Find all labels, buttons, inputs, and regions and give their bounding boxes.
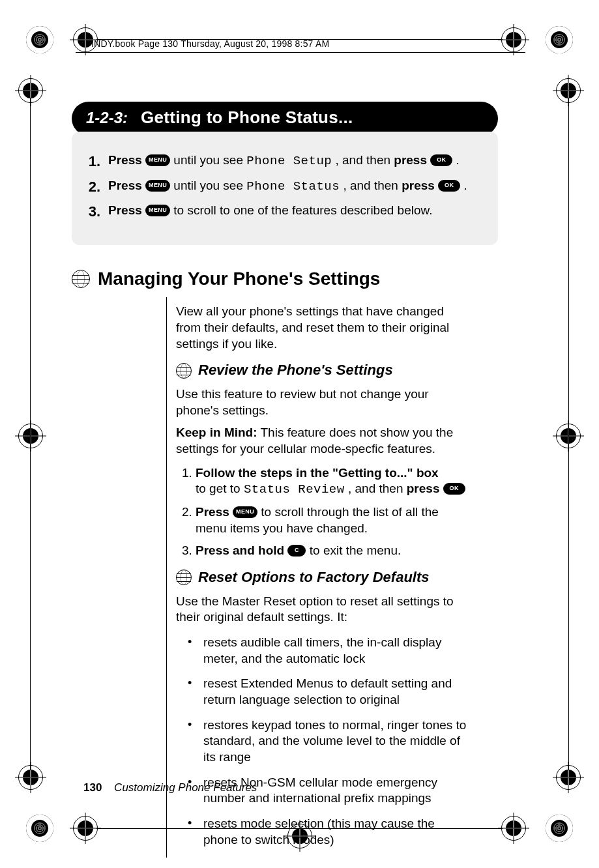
vertical-rule xyxy=(166,297,167,857)
steps-box: 1. Press MENU until you see Phone Setup … xyxy=(72,132,498,245)
menu-key-icon: MENU xyxy=(233,506,257,518)
getting-to-banner: 1-2-3: Getting to Phone Status... xyxy=(72,102,498,136)
step-number: 2. xyxy=(83,178,100,197)
bullet-item: resest Extended Menus to default setting… xyxy=(188,676,469,708)
crop-line xyxy=(30,98,31,770)
step-label: Press and hold xyxy=(196,543,287,557)
step-number: 3. xyxy=(83,203,100,222)
print-ornament xyxy=(546,26,573,53)
step-text: to get to xyxy=(196,482,244,495)
intro-paragraph: View all your phone's settings that have… xyxy=(176,304,469,352)
section-title-text: Managing Your Phone's Settings xyxy=(98,267,380,291)
step-text: press xyxy=(407,482,443,495)
bullet-list: resets audible call timers, the in-call … xyxy=(188,635,469,848)
menu-key-icon: MENU xyxy=(145,205,170,216)
subsection-heading: Reset Options to Factory Defaults xyxy=(176,568,469,587)
print-ornament xyxy=(26,815,53,842)
keep-label: Keep in Mind: xyxy=(176,426,257,439)
subsection-heading: Review the Phone's Settings xyxy=(176,361,469,380)
page-number: 130 xyxy=(83,781,102,794)
step-1: 1. Press MENU until you see Phone Setup … xyxy=(83,152,486,171)
inner-step-1: Follow the steps in the "Getting to..." … xyxy=(196,465,469,498)
print-ornament xyxy=(26,26,53,53)
lcd-text: Phone Status xyxy=(246,179,340,194)
globe-icon xyxy=(176,570,192,585)
step-text: until you see xyxy=(173,153,246,167)
subsection-title-text: Review the Phone's Settings xyxy=(198,361,393,380)
step-text: , and then xyxy=(348,482,407,495)
registration-mark xyxy=(18,78,43,103)
step-text: . xyxy=(456,153,460,167)
step-text: , and then xyxy=(336,153,394,167)
globe-icon xyxy=(176,363,192,379)
body-text: Use this feature to review but not chang… xyxy=(176,386,469,418)
body-text: Use the Master Reset option to reset all… xyxy=(176,594,469,626)
step-number: 1. xyxy=(83,152,100,171)
crop-line xyxy=(568,98,569,770)
banner-tag: 1-2-3: xyxy=(86,108,128,128)
keep-in-mind: Keep in Mind: This feature does not show… xyxy=(176,425,469,457)
banner-title: Getting to Phone Status... xyxy=(141,107,353,129)
running-head: INDY.book Page 130 Thursday, August 20, … xyxy=(91,38,528,50)
step-text: Press xyxy=(108,153,145,167)
c-key-icon: C xyxy=(287,545,306,557)
bullet-item: resets mode selection (this may cause th… xyxy=(188,816,469,848)
step-text: , and then xyxy=(343,179,402,192)
lcd-text: Phone Setup xyxy=(246,154,332,168)
step-2: 2. Press MENU until you see Phone Status… xyxy=(83,178,486,197)
ok-key-icon: OK xyxy=(430,154,452,166)
step-3: 3. Press MENU to scroll to one of the fe… xyxy=(83,203,486,222)
step-text: to exit the menu. xyxy=(310,543,401,557)
step-text: Press xyxy=(108,203,145,217)
step-text: Press xyxy=(108,179,145,192)
step-text: . xyxy=(463,179,467,192)
bullet-item: resets audible call timers, the in-call … xyxy=(188,635,469,667)
step-label: Press xyxy=(196,505,233,519)
globe-icon xyxy=(72,270,90,288)
step-label: Follow the steps in the "Getting to..." … xyxy=(196,466,439,480)
section-heading: Managing Your Phone's Settings xyxy=(72,267,528,291)
lcd-text: Status Review xyxy=(244,482,345,497)
chapter-title: Customizing Phone Features xyxy=(114,781,257,794)
subsection-title-text: Reset Options to Factory Defaults xyxy=(198,568,430,587)
ok-key-icon: OK xyxy=(443,483,465,495)
registration-mark xyxy=(18,424,43,448)
page-footer: 130 Customizing Phone Features xyxy=(83,781,257,795)
bullet-item: restores keypad tones to normal, ringer … xyxy=(188,717,469,766)
step-text: press xyxy=(394,153,430,167)
inner-step-2: Press MENU to scroll through the list of… xyxy=(196,504,469,536)
ok-key-icon: OK xyxy=(438,180,460,192)
step-text: press xyxy=(402,179,438,192)
menu-key-icon: MENU xyxy=(145,180,170,192)
step-text: to scroll to one of the features describ… xyxy=(173,203,432,217)
inner-step-3: Press and hold C to exit the menu. xyxy=(196,543,469,559)
step-text: until you see xyxy=(173,179,246,192)
menu-key-icon: MENU xyxy=(145,154,170,166)
print-ornament xyxy=(546,815,573,842)
registration-mark xyxy=(18,765,43,790)
